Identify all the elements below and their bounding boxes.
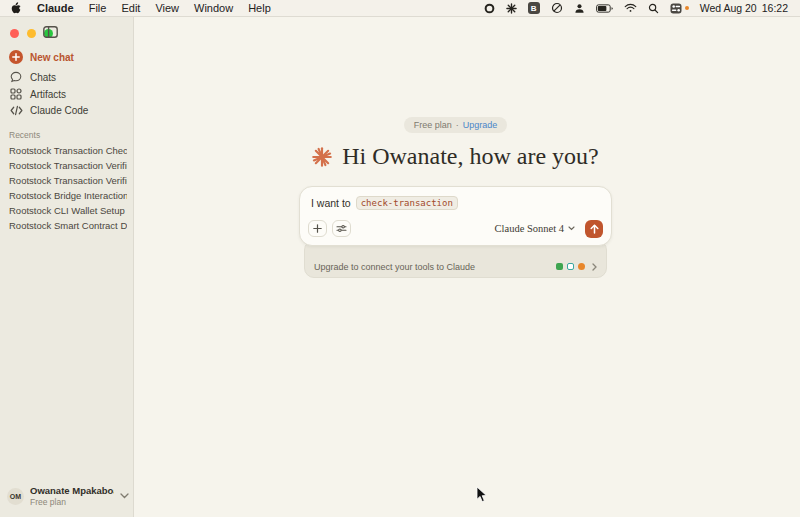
sidebar-item-label: Claude Code xyxy=(30,105,88,116)
menubar-date: Wed Aug 20 xyxy=(700,2,757,14)
record-icon[interactable] xyxy=(484,2,495,15)
code-icon xyxy=(9,105,23,116)
composer-text: I want to xyxy=(311,197,351,209)
main-content: Free plan · Upgrade Hi Owanate, how are … xyxy=(134,17,800,517)
recent-chat-item[interactable]: Rootstock Transaction Verification xyxy=(9,175,127,186)
control-center-icon[interactable] xyxy=(670,3,689,14)
user-plan: Free plan xyxy=(30,497,114,507)
claude-starburst-icon xyxy=(312,147,332,167)
tool-app-icon-teal xyxy=(567,263,574,270)
claude-asterisk-icon[interactable] xyxy=(506,2,517,15)
menu-window[interactable]: Window xyxy=(194,2,233,14)
new-chat-button[interactable]: New chat xyxy=(9,50,74,64)
menubar-clock[interactable]: Wed Aug 20 16:22 xyxy=(700,2,788,14)
send-button[interactable] xyxy=(585,220,603,238)
tools-sliders-button[interactable] xyxy=(332,220,351,237)
plan-pill-plan: Free plan xyxy=(414,120,452,130)
sidebar-item-label: Chats xyxy=(30,72,56,83)
user-icon[interactable] xyxy=(574,2,585,15)
plan-pill[interactable]: Free plan · Upgrade xyxy=(404,117,508,133)
menu-view[interactable]: View xyxy=(155,2,179,14)
close-window-button[interactable] xyxy=(10,29,19,38)
artifacts-grid-icon xyxy=(9,88,23,100)
user-name: Owanate Mpakaboari A... xyxy=(30,485,114,496)
notification-dot xyxy=(685,6,689,10)
wifi-icon[interactable] xyxy=(624,2,637,15)
plus-circle-icon xyxy=(9,50,23,64)
composer-card[interactable]: I want to check-transaction Claude Sonne… xyxy=(299,186,612,246)
tools-banner-text: Upgrade to connect your tools to Claude xyxy=(314,262,552,272)
claude-app-window: New chat Chats Artifacts Claude Code Rec… xyxy=(0,17,800,517)
chevron-right-icon[interactable] xyxy=(592,263,597,271)
sidebar-item-chats[interactable]: Chats xyxy=(9,71,56,83)
menubar-time: 16:22 xyxy=(762,2,788,14)
recent-chat-item[interactable]: Rootstock Transaction Verification xyxy=(9,160,127,171)
menu-help[interactable]: Help xyxy=(248,2,271,14)
chat-bubble-icon xyxy=(9,71,23,83)
model-name: Claude Sonnet 4 xyxy=(495,223,564,234)
plan-pill-separator: · xyxy=(456,120,459,130)
tool-app-icon-green xyxy=(556,263,563,270)
user-account-button[interactable]: OM Owanate Mpakaboari A... Free plan xyxy=(7,485,129,507)
upgrade-link[interactable]: Upgrade xyxy=(463,120,498,130)
sidebar-item-claude-code[interactable]: Claude Code xyxy=(9,105,88,116)
greeting-text: Hi Owanate, how are you? xyxy=(342,143,599,170)
sidebar: New chat Chats Artifacts Claude Code Rec… xyxy=(0,17,134,517)
model-selector[interactable]: Claude Sonnet 4 xyxy=(495,223,575,234)
chevron-down-icon[interactable] xyxy=(120,493,129,499)
tool-app-icon-orange xyxy=(578,263,585,270)
avatar: OM xyxy=(7,488,24,505)
menubar-app-name[interactable]: Claude xyxy=(37,2,74,14)
composer-input[interactable]: I want to check-transaction xyxy=(311,196,458,210)
apple-logo-icon[interactable] xyxy=(10,2,22,15)
new-chat-label: New chat xyxy=(30,52,74,63)
sidebar-item-label: Artifacts xyxy=(30,89,66,100)
minimize-window-button[interactable] xyxy=(27,29,36,38)
menu-file[interactable]: File xyxy=(89,2,107,14)
recent-chat-item[interactable]: Rootstock Smart Contract Deploy... xyxy=(9,220,127,231)
greeting: Hi Owanate, how are you? xyxy=(244,143,667,170)
macos-menu-bar: Claude File Edit View Window Help B xyxy=(0,0,800,17)
recent-chat-item[interactable]: Rootstock Bridge Interaction xyxy=(9,190,127,201)
sidebar-toggle-icon[interactable] xyxy=(41,24,59,39)
sidebar-item-artifacts[interactable]: Artifacts xyxy=(9,88,66,100)
attach-plus-button[interactable] xyxy=(308,220,327,237)
command-chip[interactable]: check-transaction xyxy=(356,196,458,210)
battery-icon[interactable] xyxy=(596,2,613,15)
recents-heading: Recents xyxy=(9,130,40,140)
keyboard-app-icon[interactable]: B xyxy=(528,2,540,15)
spotlight-search-icon[interactable] xyxy=(648,2,659,15)
menu-edit[interactable]: Edit xyxy=(121,2,140,14)
recent-chat-item[interactable]: Rootstock Transaction Check xyxy=(9,145,127,156)
shield-icon[interactable] xyxy=(551,2,563,15)
recent-chat-item[interactable]: Rootstock CLI Wallet Setup xyxy=(9,205,127,216)
